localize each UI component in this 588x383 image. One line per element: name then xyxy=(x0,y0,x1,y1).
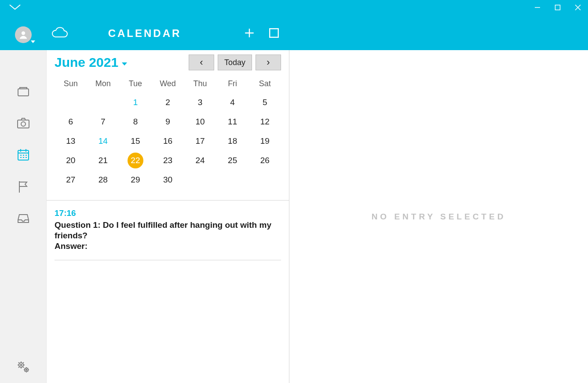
sidebar-item-today[interactable] xyxy=(0,76,46,107)
plus-icon xyxy=(244,27,255,39)
sidebar-item-settings[interactable] xyxy=(0,359,46,374)
prev-month-button[interactable]: ‹ xyxy=(189,55,214,70)
calendar-dow: Sat xyxy=(248,77,281,93)
calendar-day[interactable]: 3 xyxy=(184,93,216,112)
calendar-day[interactable]: 30 xyxy=(152,170,184,190)
calendar-dow-row: SunMonTueWedThuFriSat xyxy=(55,77,281,93)
calendar-dow: Tue xyxy=(119,77,152,93)
calendar-day[interactable]: 27 xyxy=(55,170,87,190)
main: June 2021 ‹ Today › SunMonTueWedThuFriSa… xyxy=(0,50,588,383)
sidebar-item-calendar[interactable] xyxy=(0,139,46,171)
detail-pane: NO ENTRY SELECTED xyxy=(289,50,588,383)
calendar-day[interactable]: 21 xyxy=(87,151,120,170)
svg-point-5 xyxy=(21,122,26,126)
calendar-dow: Fri xyxy=(216,77,249,93)
month-label: June 2021 xyxy=(55,55,118,70)
entry-time: 17:16 xyxy=(55,208,281,218)
calendar-week-row: 27282930 xyxy=(55,170,281,190)
calendar-day[interactable]: 9 xyxy=(152,112,184,131)
entry-item[interactable]: 17:16Question 1: Do I feel fulfilled aft… xyxy=(55,208,281,260)
sidebar xyxy=(0,50,47,383)
cloud-sync-button[interactable] xyxy=(50,26,69,42)
chevron-down-icon xyxy=(9,4,21,11)
window-close-button[interactable] xyxy=(568,0,588,15)
calendar-day[interactable]: 10 xyxy=(184,112,216,131)
svg-point-8 xyxy=(20,365,22,366)
calendar-day[interactable]: 25 xyxy=(216,151,249,170)
calendar-day[interactable]: 5 xyxy=(248,93,281,112)
window-maximize-button[interactable] xyxy=(548,0,568,15)
calendar-week-row: 13141516171819 xyxy=(55,131,281,151)
calendar-day[interactable]: 16 xyxy=(152,131,184,151)
calendar-day[interactable]: 14 xyxy=(87,131,120,151)
square-icon xyxy=(268,27,280,39)
calendar-day[interactable]: 22 xyxy=(119,151,152,170)
calendar-day[interactable]: 4 xyxy=(216,93,249,112)
calendar-day xyxy=(184,170,216,190)
calendar-day[interactable]: 13 xyxy=(55,131,87,151)
app-menu-button[interactable] xyxy=(9,4,21,13)
close-icon xyxy=(575,4,581,11)
calendar-day[interactable]: 11 xyxy=(216,112,249,131)
entry-text-line: Question 1: Do I feel fulfilled after ha… xyxy=(55,220,281,241)
camera-icon xyxy=(16,116,30,130)
calendar-week-row: 20212223242526 xyxy=(55,151,281,170)
calendar-day[interactable]: 24 xyxy=(184,151,216,170)
next-month-button[interactable]: › xyxy=(256,55,281,70)
toggle-view-button[interactable] xyxy=(267,26,281,40)
svg-point-10 xyxy=(26,369,26,370)
caret-down-icon xyxy=(122,62,127,66)
calendar-day[interactable]: 28 xyxy=(87,170,120,190)
svg-rect-4 xyxy=(18,120,29,128)
sidebar-item-photos[interactable] xyxy=(0,107,46,139)
calendar-icon xyxy=(16,148,30,162)
calendar-day[interactable]: 8 xyxy=(119,112,152,131)
titlebar: CALENDAR xyxy=(0,0,588,50)
calendar-day[interactable]: 17 xyxy=(184,131,216,151)
month-picker[interactable]: June 2021 xyxy=(55,55,127,70)
calendar-day[interactable]: 7 xyxy=(87,112,120,131)
calendar-day[interactable]: 15 xyxy=(119,131,152,151)
calendar-day[interactable]: 2 xyxy=(152,93,184,112)
calendar-nav: ‹ Today › xyxy=(189,55,281,70)
flag-icon xyxy=(16,179,30,193)
calendar-day xyxy=(55,93,87,112)
inbox-icon xyxy=(16,211,30,225)
calendar-dow: Sun xyxy=(55,77,87,93)
today-button[interactable]: Today xyxy=(218,55,252,70)
maximize-icon xyxy=(555,4,561,11)
calendar-day[interactable]: 20 xyxy=(55,151,87,170)
gears-icon xyxy=(16,359,31,374)
entry-text-line: Answer: xyxy=(55,241,281,252)
svg-rect-1 xyxy=(270,29,278,37)
window-controls xyxy=(527,0,588,15)
calendar-day[interactable]: 19 xyxy=(248,131,281,151)
cloud-icon xyxy=(50,26,69,40)
minimize-icon xyxy=(534,4,541,11)
window-minimize-button[interactable] xyxy=(527,0,548,15)
titlebar-left: CALENDAR xyxy=(0,0,289,50)
header-actions xyxy=(243,26,281,40)
calendar-day xyxy=(87,93,120,112)
calendar-grid: SunMonTueWedThuFriSat 123456789101112131… xyxy=(47,74,289,200)
calendar-day[interactable]: 6 xyxy=(55,112,87,131)
calendar-header: June 2021 ‹ Today › xyxy=(47,50,289,74)
calendar-day[interactable]: 1 xyxy=(119,93,152,112)
box-icon xyxy=(16,84,30,98)
svg-point-7 xyxy=(19,363,23,367)
calendar-day[interactable]: 29 xyxy=(119,170,152,190)
calendar-dow: Mon xyxy=(87,77,120,93)
calendar-day xyxy=(216,170,249,190)
add-entry-button[interactable] xyxy=(243,26,256,40)
calendar-day[interactable]: 23 xyxy=(152,151,184,170)
sidebar-item-flag[interactable] xyxy=(0,171,46,202)
calendar-week-row: 12345 xyxy=(55,93,281,112)
user-icon xyxy=(18,30,28,40)
sidebar-item-inbox[interactable] xyxy=(0,202,46,234)
titlebar-right xyxy=(289,0,588,50)
calendar-day[interactable]: 18 xyxy=(216,131,249,151)
calendar-day[interactable]: 26 xyxy=(248,151,281,170)
calendar-day[interactable]: 12 xyxy=(248,112,281,131)
avatar-button[interactable] xyxy=(15,26,32,43)
svg-point-0 xyxy=(22,31,25,35)
